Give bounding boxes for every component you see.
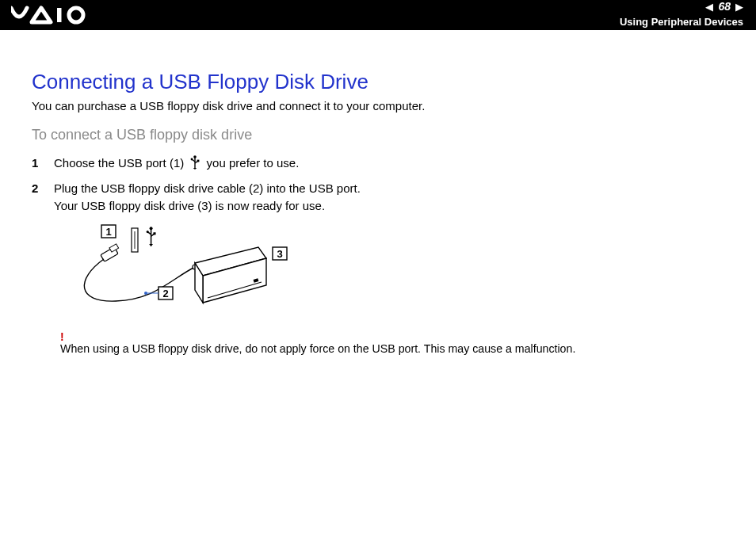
svg-point-1 [69,8,83,22]
usb-icon [190,155,200,170]
diagram-callout-2: 2 [144,287,173,299]
diagram-callout-3: 3 [273,247,287,260]
top-black-bar: ◀ 68 ▶ Using Peripheral Devices [0,0,756,30]
prev-page-arrow[interactable]: ◀ [705,2,713,12]
page-title: Connecting a USB Floppy Disk Drive [32,70,724,94]
svg-point-4 [191,158,193,161]
svg-rect-13 [109,244,119,252]
warning-note: ! [60,331,724,342]
subheading: To connect a USB floppy disk drive [32,127,724,143]
svg-rect-7 [134,231,136,249]
step-2-text: Plug the USB floppy disk drive cable (2)… [54,180,361,215]
page-navigator: ◀ 68 ▶ [705,0,743,13]
svg-point-22 [144,292,147,295]
connection-diagram: 1 2 3 [60,223,724,322]
step-number: 1 [32,154,54,172]
svg-point-10 [147,231,149,233]
intro-paragraph: You can purchase a USB floppy disk drive… [32,99,724,113]
vaio-logo-glyph [11,3,90,27]
svg-text:1: 1 [105,226,111,238]
svg-rect-11 [153,233,155,235]
section-title: Using Peripheral Devices [620,16,743,28]
svg-text:2: 2 [162,288,168,299]
step-1-text: Choose the USB port (1) you prefer to us… [54,154,299,172]
page-content: Connecting a USB Floppy Disk Drive You c… [0,30,756,355]
step-2: 2 Plug the USB floppy disk drive cable (… [32,180,724,215]
page-number: 68 [718,0,731,13]
vaio-logo [11,3,90,27]
svg-text:3: 3 [277,248,282,260]
next-page-arrow[interactable]: ▶ [735,2,743,12]
step-1: 1 Choose the USB port (1) you prefer to … [32,154,724,172]
diagram-svg: 1 2 3 [60,223,298,318]
svg-rect-5 [197,160,200,162]
warning-icon: ! [60,331,64,342]
svg-rect-0 [57,8,62,22]
diagram-callout-1: 1 [101,225,116,238]
warning-text: When using a USB floppy disk drive, do n… [60,342,724,355]
step-number: 2 [32,180,54,215]
step-list: 1 Choose the USB port (1) you prefer to … [32,154,724,214]
